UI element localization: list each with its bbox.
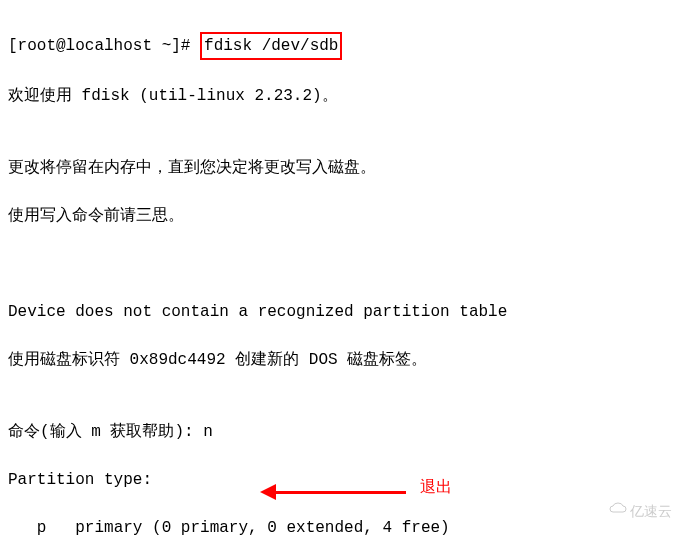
output-line: 更改将停留在内存中，直到您决定将更改写入磁盘。 (8, 156, 674, 180)
exit-annotation: 退出 (420, 476, 452, 500)
output-line: p primary (0 primary, 0 extended, 4 free… (8, 516, 674, 540)
shell-prompt: [root@localhost ~]# (8, 37, 200, 55)
output-line: Device does not contain a recognized par… (8, 300, 674, 324)
output-line: 欢迎使用 fdisk (util-linux 2.23.2)。 (8, 84, 674, 108)
command-highlight: fdisk /dev/sdb (200, 32, 342, 60)
arrow-head-icon (260, 484, 276, 500)
watermark: 亿速云 (608, 501, 672, 522)
annotation-arrow (260, 484, 406, 500)
output-line: 使用写入命令前请三思。 (8, 204, 674, 228)
cloud-icon (608, 501, 628, 522)
output-line: 命令(输入 m 获取帮助): n (8, 420, 674, 444)
arrow-line-icon (276, 491, 406, 494)
terminal-output: [root@localhost ~]# fdisk /dev/sdb 欢迎使用 … (8, 8, 674, 542)
watermark-text: 亿速云 (630, 501, 672, 522)
output-line: 使用磁盘标识符 0x89dc4492 创建新的 DOS 磁盘标签。 (8, 348, 674, 372)
